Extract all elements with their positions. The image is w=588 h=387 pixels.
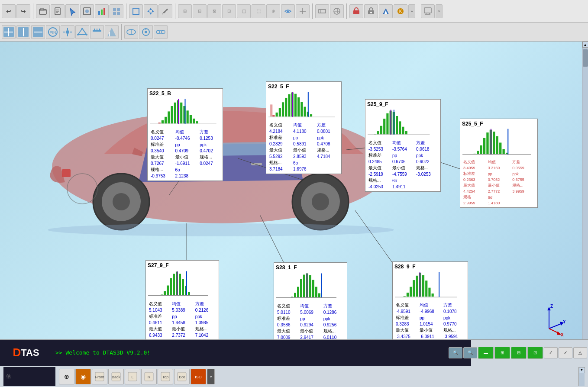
svg-rect-8 [113, 8, 116, 11]
more-button-1[interactable]: » [408, 4, 415, 18]
svg-rect-78 [158, 123, 161, 123]
tb-b4[interactable]: ⊡ [222, 4, 236, 18]
svg-rect-83 [174, 103, 176, 123]
tb-b14[interactable] [379, 4, 393, 18]
logo-tas: TAS [21, 347, 39, 358]
rt-green-2[interactable]: ⊞ [494, 347, 510, 359]
rt-green-1[interactable]: ▬ [478, 347, 494, 359]
nav-more-btn[interactable]: » [207, 369, 215, 384]
svg-rect-127 [480, 145, 482, 154]
nav-move-btn[interactable]: ⊕ [59, 369, 74, 384]
tb-b3[interactable]: ⊠ [207, 4, 221, 18]
undo-button[interactable]: ↩ [2, 4, 16, 18]
tb2-b4[interactable]: PIN [46, 25, 60, 39]
layout-button[interactable] [110, 4, 123, 18]
svg-rect-131 [493, 132, 495, 154]
svg-rect-148 [188, 292, 190, 295]
svg-line-181 [549, 323, 562, 329]
tb-b13[interactable] [364, 4, 378, 18]
new-button[interactable] [51, 4, 65, 18]
svg-rect-160 [315, 287, 317, 297]
tb-b12[interactable] [349, 4, 363, 18]
tb-b7[interactable]: ⊕ [266, 4, 280, 18]
svg-text:Y: Y [563, 319, 566, 324]
panel-s22-5-f: S22_5_F 名义值均值方差 4.21844.11800.0801 标准差pp… [266, 81, 342, 174]
svg-rect-156 [303, 275, 305, 297]
nav-bot-btn[interactable]: Bot [174, 369, 190, 384]
nav-iso-btn[interactable]: ISO [191, 369, 206, 384]
tb2-b10[interactable] [139, 25, 153, 39]
svg-rect-9 [117, 8, 120, 11]
chart-button[interactable] [95, 4, 109, 18]
redo-button[interactable]: ↪ [16, 4, 30, 18]
svg-rect-126 [477, 151, 479, 154]
scrollbar-bottom-right[interactable]: ▼ [578, 367, 585, 386]
rt-shape-1[interactable]: △ [573, 347, 587, 358]
nav-front-btn[interactable]: Front [92, 369, 107, 384]
scroll-down-arrow[interactable]: ▼ [579, 367, 585, 373]
svg-point-53 [156, 30, 160, 34]
tb2-b8[interactable] [105, 25, 119, 39]
rt-green-3[interactable]: ⊟ [511, 347, 527, 359]
open-button[interactable] [36, 4, 50, 18]
nav-top-btn[interactable]: Top [158, 369, 173, 384]
rt-green-4[interactable]: ⊡ [527, 347, 543, 359]
svg-text:Top: Top [162, 375, 169, 379]
move-button[interactable] [144, 4, 158, 18]
svg-text:Back: Back [112, 375, 121, 379]
svg-rect-1 [40, 9, 44, 10]
rt-check-2[interactable]: ✓ [559, 347, 572, 358]
svg-rect-87 [187, 110, 189, 123]
tb-b5[interactable]: ◫ [237, 4, 251, 18]
svg-rect-85 [180, 103, 182, 123]
main-viewport[interactable]: S22_5_B 名义值均值方差 0.0247-0.47460.1253 [0, 42, 588, 339]
tb-b16[interactable] [421, 4, 435, 18]
rt-zoom-out-btn[interactable]: 🔍 [463, 347, 477, 358]
svg-rect-154 [297, 287, 299, 297]
tb2-b7[interactable] [90, 25, 104, 39]
scroll-thumb[interactable] [583, 49, 588, 67]
nav-right-btn[interactable]: R [141, 369, 157, 384]
svg-rect-120 [402, 127, 404, 135]
tb2-b5[interactable] [61, 25, 74, 39]
tb2-b6[interactable] [75, 25, 89, 39]
svg-rect-106 [310, 114, 312, 116]
panel-s25-9-f-title: S25_9_F [367, 101, 439, 107]
svg-text:Z: Z [550, 304, 553, 309]
tb-b10[interactable] [315, 4, 329, 18]
tb-b1[interactable]: ⊞ [178, 4, 192, 18]
sep-tb2 [121, 24, 122, 40]
tb-b6[interactable]: ⬚ [252, 4, 265, 18]
view-button[interactable] [80, 4, 94, 18]
nav-rot-btn[interactable]: ◉ [75, 369, 91, 384]
nav-back-btn[interactable]: Back [108, 369, 124, 384]
tb-b9[interactable] [296, 4, 310, 18]
tb2-b11[interactable] [154, 25, 168, 39]
svg-rect-25 [424, 8, 431, 13]
scroll-up-arrow[interactable]: ▲ [582, 42, 588, 48]
svg-point-22 [370, 12, 372, 13]
tb-b2[interactable]: ⊟ [193, 4, 207, 18]
svg-text:Front: Front [95, 375, 104, 379]
rt-zoom-view-btn[interactable]: 🔍 [449, 347, 462, 358]
tb-b15[interactable]: K [394, 4, 407, 18]
axis-indicator: Z Y X [532, 303, 566, 337]
scrollbar-right[interactable]: ▲ [582, 42, 588, 339]
svg-rect-43 [93, 30, 101, 32]
svg-rect-104 [304, 107, 306, 117]
select-button[interactable] [65, 4, 79, 18]
rt-check-1[interactable]: ✓ [544, 347, 558, 358]
tb2-b2[interactable] [16, 25, 30, 39]
panel-s25-5-f-title: S25_5_F [462, 121, 536, 127]
more-button-2[interactable]: » [436, 4, 443, 18]
tb-b11[interactable] [330, 4, 344, 18]
tb2-b3[interactable] [31, 25, 45, 39]
frame-button[interactable] [129, 4, 143, 18]
edit-button[interactable] [158, 4, 172, 18]
tb2-b1[interactable] [2, 25, 16, 39]
tb-b8[interactable] [281, 4, 295, 18]
nav-left-btn[interactable]: L [125, 369, 140, 384]
tb2-b9[interactable] [124, 25, 138, 39]
console-area: >> Welcome to DTAS3D V9.2.0! [52, 340, 471, 366]
svg-rect-166 [407, 293, 409, 297]
